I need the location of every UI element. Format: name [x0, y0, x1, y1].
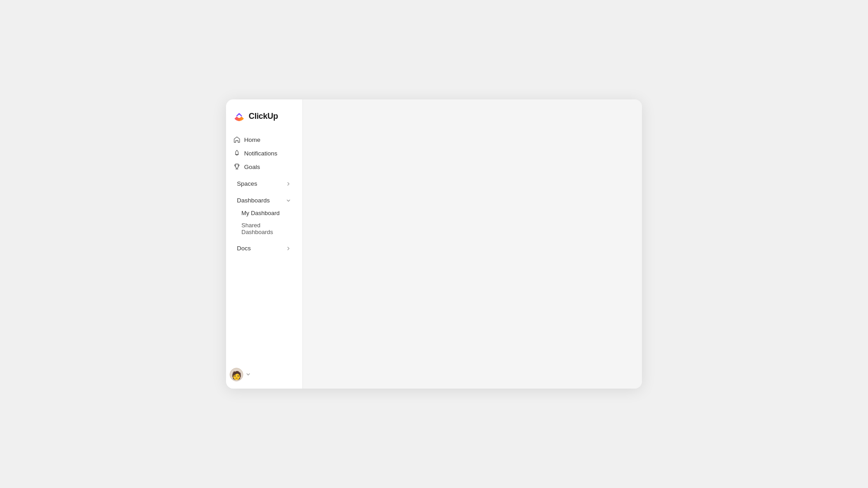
bell-icon — [233, 150, 241, 157]
app-name: ClickUp — [249, 112, 278, 121]
sidebar-item-shared-dashboards[interactable]: Shared Dashboards — [233, 219, 295, 238]
sidebar-item-docs[interactable]: Docs — [233, 242, 295, 255]
sidebar-bottom: 🧑 — [226, 364, 302, 381]
sidebar-item-spaces-label: Spaces — [237, 180, 257, 187]
chevron-down-icon — [285, 197, 292, 204]
user-avatar[interactable]: 🧑 — [230, 368, 243, 381]
sidebar-item-my-dashboard-label: My Dashboard — [241, 210, 280, 216]
sidebar-item-dashboards-label: Dashboards — [237, 197, 270, 204]
sidebar-item-home[interactable]: Home — [230, 133, 299, 146]
home-icon — [233, 136, 241, 143]
clickup-logo-icon — [233, 110, 245, 122]
logo-area[interactable]: ClickUp — [226, 99, 302, 131]
sidebar-item-notifications-label: Notifications — [244, 150, 278, 157]
chevron-right-docs-icon — [285, 245, 292, 252]
trophy-icon — [233, 163, 241, 170]
sidebar-item-home-label: Home — [244, 136, 260, 143]
main-content — [303, 99, 642, 389]
sidebar-item-dashboards[interactable]: Dashboards — [233, 194, 295, 207]
sidebar-item-shared-dashboards-label: Shared Dashboards — [241, 222, 292, 235]
dashboards-group: Dashboards My Dashboard Shared Dashboard… — [230, 190, 299, 238]
nav-section: Home Notifications — [226, 131, 302, 364]
sidebar-item-my-dashboard[interactable]: My Dashboard — [233, 207, 295, 219]
app-container: ClickUp Home — [226, 99, 642, 389]
sidebar-item-docs-label: Docs — [237, 245, 251, 252]
sidebar: ClickUp Home — [226, 99, 303, 389]
spaces-group: Spaces — [230, 174, 299, 190]
sidebar-item-notifications[interactable]: Notifications — [230, 146, 299, 160]
sidebar-item-spaces[interactable]: Spaces — [233, 177, 295, 190]
docs-group: Docs — [230, 238, 299, 255]
user-menu-chevron[interactable] — [246, 372, 250, 377]
sidebar-item-goals[interactable]: Goals — [230, 160, 299, 174]
chevron-right-icon — [285, 181, 292, 187]
sidebar-item-goals-label: Goals — [244, 164, 260, 170]
avatar-emoji: 🧑 — [231, 371, 241, 380]
